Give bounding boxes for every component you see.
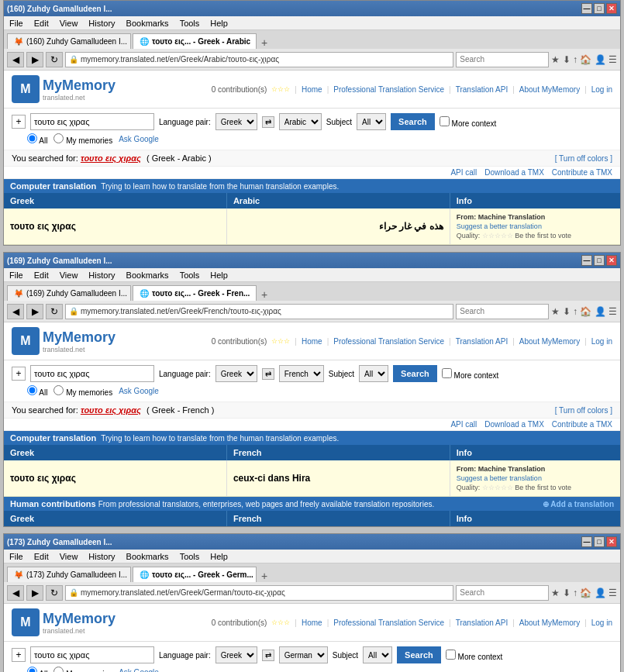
menu-bookmarks-2[interactable]: Bookmarks xyxy=(124,270,171,281)
nav-search-1[interactable] xyxy=(456,52,549,67)
back-button-3[interactable]: ◀ xyxy=(7,585,24,601)
tab-1-0[interactable]: 🦊 (160) Zuhdy Gamalludeen I... ✕ xyxy=(7,33,131,49)
tab-1-1[interactable]: 🌐 τουτο εις... - Greek - Arabic ✕ xyxy=(133,33,257,49)
header-link-about-1[interactable]: About MyMemory xyxy=(519,85,580,94)
menu-file-2[interactable]: File xyxy=(7,270,26,281)
search-input-3[interactable] xyxy=(30,646,154,663)
maximize-button-1[interactable]: □ xyxy=(594,3,605,14)
menu-tools-3[interactable]: Tools xyxy=(178,551,202,562)
close-button-2[interactable]: ✕ xyxy=(606,255,617,266)
header-link-pro-2[interactable]: Professional Translation Service xyxy=(333,337,444,346)
menu-tools-1[interactable]: Tools xyxy=(178,18,202,29)
header-link-home-3[interactable]: Home xyxy=(302,619,322,627)
header-link-login-2[interactable]: Log in xyxy=(591,337,612,346)
radio-my-1[interactable] xyxy=(53,133,64,143)
add-button-3[interactable]: + xyxy=(12,648,26,662)
menu-help-1[interactable]: Help xyxy=(208,18,230,29)
menu-view-2[interactable]: View xyxy=(57,270,81,281)
back-button-2[interactable]: ◀ xyxy=(7,304,24,319)
search-button-1[interactable]: Search xyxy=(391,113,435,130)
address-bar-1[interactable]: 🔒 mymemory.translated.net/en/Greek/Arabi… xyxy=(65,52,453,67)
header-link-pro-3[interactable]: Professional Translation Service xyxy=(333,619,444,627)
ask-google-link-3[interactable]: Ask Google xyxy=(119,668,159,672)
menu-history-1[interactable]: History xyxy=(86,18,117,29)
turn-off-colors-1[interactable]: [ Turn off colors ] xyxy=(555,154,612,163)
swap-button-1[interactable]: ⇄ xyxy=(262,116,274,128)
header-link-api-1[interactable]: Translation API xyxy=(456,85,508,94)
menu-file-1[interactable]: File xyxy=(7,18,26,29)
lang-from-select-2[interactable]: Greek xyxy=(215,365,257,382)
forward-button-2[interactable]: ▶ xyxy=(26,304,43,319)
header-link-login-1[interactable]: Log in xyxy=(591,85,612,94)
swap-button-3[interactable]: ⇄ xyxy=(262,650,274,661)
header-link-api-2[interactable]: Translation API xyxy=(456,337,508,346)
download-tmx-link-2[interactable]: Download a TMX xyxy=(484,420,544,429)
menu-view-1[interactable]: View xyxy=(57,18,81,29)
menu-tools-2[interactable]: Tools xyxy=(178,270,202,281)
menu-file-3[interactable]: File xyxy=(7,551,26,562)
turn-off-colors-2[interactable]: [ Turn off colors ] xyxy=(555,406,612,415)
subject-select-3[interactable]: All xyxy=(363,646,392,663)
new-tab-button-3[interactable]: + xyxy=(258,570,271,582)
header-link-about-3[interactable]: About MyMemory xyxy=(519,619,580,627)
menu-bookmarks-1[interactable]: Bookmarks xyxy=(124,18,171,29)
search-button-3[interactable]: Search xyxy=(397,646,441,663)
forward-button-1[interactable]: ▶ xyxy=(26,52,43,67)
search-input-1[interactable] xyxy=(30,113,154,130)
radio-my-2[interactable] xyxy=(53,385,64,395)
maximize-button-2[interactable]: □ xyxy=(594,255,605,266)
new-tab-button-2[interactable]: + xyxy=(258,288,271,301)
menu-edit-3[interactable]: Edit xyxy=(32,551,51,562)
menu-help-2[interactable]: Help xyxy=(208,270,230,281)
refresh-button-3[interactable]: ↻ xyxy=(46,585,63,601)
download-tmx-link-1[interactable]: Download a TMX xyxy=(484,168,544,177)
contribute-tmx-link-2[interactable]: Contribute a TMX xyxy=(552,420,612,429)
api-call-link-2[interactable]: API call xyxy=(450,420,477,429)
nav-search-2[interactable] xyxy=(456,304,549,319)
close-button-1[interactable]: ✕ xyxy=(606,3,617,14)
back-button-1[interactable]: ◀ xyxy=(7,52,24,67)
header-link-home-1[interactable]: Home xyxy=(302,85,322,94)
subject-select-1[interactable]: All xyxy=(357,113,386,130)
address-bar-2[interactable]: 🔒 mymemory.translated.net/en/Greek/Frenc… xyxy=(65,304,453,319)
address-bar-3[interactable]: 🔒 mymemory.translated.net/en/Greek/Germa… xyxy=(65,585,453,601)
lang-to-select-3[interactable]: German xyxy=(279,646,328,663)
lang-from-select-1[interactable]: Greek xyxy=(215,113,257,130)
header-link-about-2[interactable]: About MyMemory xyxy=(519,337,580,346)
api-call-link-1[interactable]: API call xyxy=(450,168,477,177)
refresh-button-2[interactable]: ↻ xyxy=(46,304,63,319)
tab-3-1[interactable]: 🌐 τουτο εις... - Greek - Germ... ✕ xyxy=(133,567,257,582)
tab-close-1-1[interactable]: ✕ xyxy=(256,37,257,46)
tab-3-0[interactable]: 🦊 (173) Zuhdy Gamalludeen I... ✕ xyxy=(7,567,131,582)
swap-button-2[interactable]: ⇄ xyxy=(262,368,274,380)
menu-edit-1[interactable]: Edit xyxy=(32,18,51,29)
header-link-home-2[interactable]: Home xyxy=(302,337,322,346)
menu-help-3[interactable]: Help xyxy=(208,551,230,562)
forward-button-3[interactable]: ▶ xyxy=(26,585,43,601)
lang-to-select-1[interactable]: Arabic xyxy=(279,113,322,130)
radio-all-3[interactable] xyxy=(27,667,37,672)
more-context-checkbox-3[interactable] xyxy=(446,650,456,660)
minimize-button-3[interactable]: — xyxy=(581,536,592,547)
subject-select-2[interactable]: All xyxy=(359,365,388,382)
radio-all-2[interactable] xyxy=(27,385,37,395)
menu-edit-2[interactable]: Edit xyxy=(32,270,51,281)
tab-2-1[interactable]: 🌐 τουτο εις... - Greek - Fren... ✕ xyxy=(133,285,257,301)
menu-bookmarks-3[interactable]: Bookmarks xyxy=(124,551,171,562)
menu-history-2[interactable]: History xyxy=(86,270,117,281)
search-button-2[interactable]: Search xyxy=(393,365,437,382)
more-context-checkbox-1[interactable] xyxy=(440,116,450,126)
refresh-button-1[interactable]: ↻ xyxy=(46,52,63,67)
suggest-translation-2[interactable]: Suggest a better translation xyxy=(457,474,542,482)
new-tab-button-1[interactable]: + xyxy=(258,36,271,49)
contribute-tmx-link-1[interactable]: Contribute a TMX xyxy=(552,168,612,177)
lang-to-select-2[interactable]: French xyxy=(279,365,324,382)
minimize-button-1[interactable]: — xyxy=(581,3,592,14)
add-translation-2[interactable]: ⊕ Add a translation xyxy=(543,500,614,508)
close-button-3[interactable]: ✕ xyxy=(606,536,617,547)
nav-search-3[interactable] xyxy=(456,585,549,601)
search-input-2[interactable] xyxy=(30,365,154,382)
maximize-button-3[interactable]: □ xyxy=(594,536,605,547)
lang-from-select-3[interactable]: Greek xyxy=(215,646,257,663)
add-button-2[interactable]: + xyxy=(12,367,26,381)
